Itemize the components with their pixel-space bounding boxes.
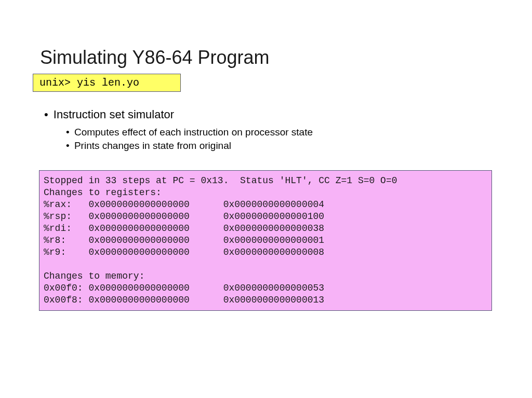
bullet-list: Instruction set simulator Computes effec… xyxy=(44,108,313,154)
slide-title: Simulating Y86-64 Program xyxy=(40,47,270,68)
command-line-box: unix> yis len.yo xyxy=(33,74,181,92)
bullet-sub-1: Computes effect of each instruction on p… xyxy=(66,127,313,138)
bullet-sub-2: Prints changes in state from original xyxy=(66,140,313,152)
simulator-output-box: Stopped in 33 steps at PC = 0x13. Status… xyxy=(39,170,492,311)
bullet-main: Instruction set simulator xyxy=(44,108,313,121)
